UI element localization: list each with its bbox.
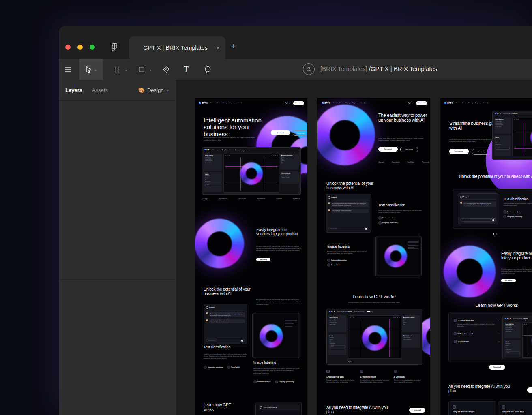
shape-tool[interactable]: [135, 59, 148, 80]
get-started-button[interactable]: Get started: [501, 279, 516, 282]
view-pricing-button[interactable]: View pricing: [400, 147, 418, 152]
nav-cart[interactable]: Cart (0): [483, 102, 488, 104]
site-logo-icon: [199, 102, 201, 104]
chevron-down-icon[interactable]: ⌄: [94, 68, 97, 71]
nav-pricing[interactable]: Pricing: [345, 102, 350, 104]
chevron-down-icon[interactable]: ⌄: [149, 68, 152, 71]
send-icon[interactable]: [241, 340, 243, 342]
get-started-button[interactable]: Get started: [449, 149, 469, 154]
nav-about[interactable]: About: [462, 102, 466, 104]
carousel-dot[interactable]: [496, 233, 498, 235]
main-toolbar: ⌄ ⌄ ⌄ T [BRIX Templates] /GPT X | BRIX T…: [59, 59, 532, 80]
grid-line: [389, 319, 390, 357]
frame-tool[interactable]: [110, 59, 124, 80]
panel-image-labeling: Image labelingLabel images Upload labels…: [204, 154, 222, 171]
chat-input[interactable]: Enter text here...: [460, 218, 496, 222]
comment-tool[interactable]: [201, 59, 215, 80]
get-started-button[interactable]: Get started: [378, 147, 398, 152]
nav-about[interactable]: About: [339, 102, 343, 104]
nav-cart[interactable]: Cart (0): [238, 102, 242, 104]
nav-pages[interactable]: Pages ⌄: [352, 102, 358, 104]
breadcrumb-file-name[interactable]: GPT X | BRIX Templates: [371, 65, 437, 72]
view-pricing-button[interactable]: View pricing: [472, 149, 491, 155]
get-started-button[interactable]: Get started: [271, 130, 290, 135]
labels-search-input[interactable]: Labels: [330, 345, 345, 348]
frame-landing-1[interactable]: GPT X Home About Pricing Pages ⌄ Cart (0…: [195, 98, 307, 415]
frame-tool-chevron[interactable]: ⌄: [123, 59, 129, 80]
accuracy-progress-bar: [242, 150, 249, 150]
labels-search-input[interactable]: Labels: [205, 184, 221, 186]
get-started-button[interactable]: Get started: [527, 387, 532, 393]
sidebar-header: Layers Assets 🎨 Design ⌄: [59, 80, 176, 101]
new-tab-button[interactable]: +: [231, 41, 236, 51]
nav-about[interactable]: About: [217, 102, 220, 104]
breadcrumb: [BRIX Templates] /GPT X | BRIX Templates: [320, 65, 437, 72]
text-classification-title: Text classification: [503, 197, 532, 201]
nav-home[interactable]: Home: [210, 102, 214, 104]
close-window-button[interactable]: [65, 45, 71, 50]
get-started-button[interactable]: Get started: [489, 365, 505, 370]
chat-icon: [460, 196, 463, 198]
send-icon[interactable]: [365, 228, 367, 230]
get-started-button[interactable]: Get started: [409, 408, 425, 413]
menu-icon[interactable]: [62, 59, 74, 80]
dashboard-logo: GPT X: [505, 318, 511, 319]
accordion-item-1[interactable]: 1. Upload your data⌄: [454, 319, 499, 322]
site-logo[interactable]: GPT X: [199, 102, 208, 104]
breadcrumb-team[interactable]: [BRIX Templates]: [320, 65, 367, 72]
tab-close-icon[interactable]: ×: [216, 44, 220, 51]
nav-pages[interactable]: Pages ⌄: [230, 102, 235, 104]
dashboard-status: Processing image Complete: [213, 149, 227, 151]
login-link[interactable]: Login: [408, 102, 414, 104]
accordion: 1. Upload your data⌄ Duis aute irure dol…: [454, 319, 499, 343]
frame-landing-3[interactable]: GPT X Home About Pricing Pages ⌄ Cart (0…: [440, 98, 532, 415]
text-tool[interactable]: T: [180, 59, 193, 80]
site-logo-icon: [444, 102, 446, 104]
chat-message: Hi, I recently purchased some headphones…: [463, 202, 496, 207]
page-selector[interactable]: 🎨 Design ⌄: [138, 87, 169, 93]
accordion-item-3[interactable]: 3. Get results›: [454, 340, 499, 343]
frame-landing-2[interactable]: GPT X Home About Pricing Pages ⌄ Cart (0…: [317, 98, 430, 415]
carousel-dot-active[interactable]: [493, 233, 494, 235]
chat-input[interactable]: Enter text here...: [328, 227, 369, 230]
site-logo[interactable]: GPT X: [322, 102, 330, 104]
dashboard-topbar: GPT X Processing image Complete: [493, 111, 532, 116]
labels-search-input[interactable]: Labels: [506, 351, 520, 354]
view-pricing-button[interactable]: View pricing: [293, 130, 307, 136]
tab-assets[interactable]: Assets: [92, 87, 108, 93]
carousel-dots[interactable]: [493, 233, 497, 235]
get-started-button[interactable]: Get started: [293, 101, 304, 105]
get-started-button[interactable]: Get started: [256, 258, 270, 261]
accordion-item-2[interactable]: 2. Train the model›: [454, 332, 499, 335]
site-logo-icon: [322, 102, 324, 104]
chat-input[interactable]: Enter text here...: [206, 339, 245, 342]
move-tool[interactable]: ⌄: [79, 59, 103, 80]
nav-home[interactable]: Home: [456, 102, 460, 104]
heart-icon: [378, 216, 382, 220]
account-avatar[interactable]: [303, 63, 315, 75]
dashboard-canvas: [512, 118, 532, 156]
nav-pages[interactable]: Pages ⌄: [475, 102, 481, 104]
app-card: Integrate with more apps: [448, 401, 496, 415]
design-canvas[interactable]: GPT X Home About Pricing Pages ⌄ Cart (0…: [176, 80, 532, 415]
tab-layers[interactable]: Layers: [65, 87, 82, 93]
pen-tool[interactable]: [159, 59, 172, 80]
il-badges: Sentiment analysis Language processing: [253, 380, 294, 383]
nav-home[interactable]: Home: [333, 102, 337, 104]
nav-pricing[interactable]: Pricing: [223, 102, 227, 104]
accordion-body: Duis aute irure dolor in reprehenderit i…: [457, 323, 498, 327]
get-started-button[interactable]: Get started: [416, 101, 427, 105]
file-tab[interactable]: GPT X | BRIX Templates ×: [129, 36, 225, 59]
heart-icon: [253, 380, 257, 383]
chevron-down-icon[interactable]: ⌄: [124, 68, 128, 71]
zoom-window-button[interactable]: [90, 45, 95, 50]
nav-cart[interactable]: Cart (0): [360, 102, 365, 104]
site-logo[interactable]: GPT X: [444, 102, 453, 104]
labels-search-input[interactable]: Labels: [496, 147, 510, 150]
shape-tool-chevron[interactable]: ⌄: [147, 59, 154, 80]
send-icon[interactable]: [492, 219, 494, 221]
minimize-window-button[interactable]: [77, 45, 83, 50]
login-link[interactable]: Login: [285, 102, 291, 104]
nav-pricing[interactable]: Pricing: [468, 102, 473, 104]
panel-image-labeling: Image labelingLabel images Upload labels…: [494, 118, 511, 134]
